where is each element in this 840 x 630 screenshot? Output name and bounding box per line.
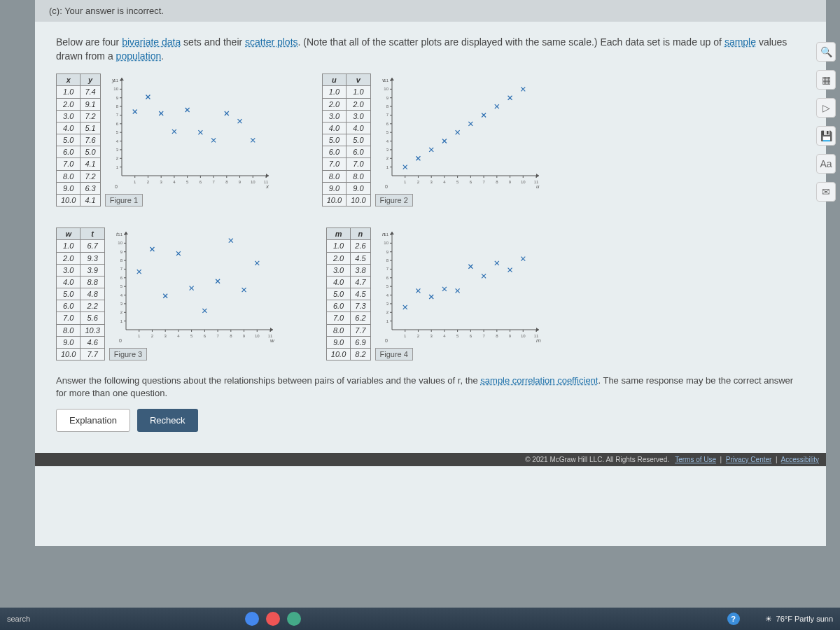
svg-text:n: n <box>382 231 386 237</box>
data-cell: 8.0 <box>346 170 370 182</box>
svg-text:0: 0 <box>115 184 118 189</box>
data-cell: 9.0 <box>57 182 80 194</box>
data-cell: 4.0 <box>57 122 80 134</box>
svg-text:0: 0 <box>385 184 388 189</box>
svg-text:2: 2 <box>115 156 118 160</box>
svg-text:10: 10 <box>118 241 122 246</box>
data-cell: 6.0 <box>322 146 346 158</box>
data-cell: 7.6 <box>80 134 100 146</box>
figure-label: Figure 1 <box>105 194 143 206</box>
svg-text:3: 3 <box>430 334 433 338</box>
explanation-button[interactable]: Explanation <box>56 409 130 432</box>
data-cell: 9.0 <box>326 336 350 348</box>
svg-text:0: 0 <box>385 338 388 343</box>
svg-text:9: 9 <box>386 96 388 100</box>
svg-text:0: 0 <box>119 338 122 343</box>
data-cell: 2.0 <box>322 98 346 110</box>
svg-text:6: 6 <box>204 334 206 338</box>
svg-text:3: 3 <box>120 302 123 306</box>
link-sample-correlation-coefficient[interactable]: sample correlation coefficient <box>480 375 598 386</box>
svg-text:7: 7 <box>120 267 123 272</box>
col-header: w <box>57 228 80 240</box>
svg-text:3: 3 <box>115 148 118 152</box>
data-cell: 6.3 <box>80 182 100 194</box>
data-cell: 9.3 <box>80 252 104 264</box>
svg-text:6: 6 <box>115 122 118 126</box>
data-cell: 3.0 <box>57 110 80 122</box>
question-panel: (c): Your answer is incorrect. Below are… <box>35 0 826 546</box>
svg-text:8: 8 <box>115 104 118 108</box>
data-cell: 4.0 <box>326 276 350 288</box>
svg-text:4: 4 <box>443 334 446 338</box>
svg-text:9: 9 <box>508 180 511 184</box>
svg-text:9: 9 <box>120 250 123 254</box>
data-cell: 5.0 <box>326 288 350 300</box>
svg-text:3: 3 <box>160 180 162 184</box>
figure-label: Figure 2 <box>375 194 413 206</box>
recheck-button[interactable]: Recheck <box>137 409 198 432</box>
data-cell: 3.0 <box>326 264 350 276</box>
svg-text:8: 8 <box>496 180 498 184</box>
col-header: v <box>346 74 370 86</box>
data-cell: 5.0 <box>80 146 100 158</box>
read-aloud-icon[interactable]: 🔍 <box>816 42 836 62</box>
font-icon[interactable]: Aa <box>816 154 836 174</box>
data-cell: 8.0 <box>326 324 350 336</box>
data-cell: 7.0 <box>346 158 370 170</box>
link-bivariate-data[interactable]: bivariate data <box>122 36 181 48</box>
calculator-icon[interactable]: ▦ <box>816 70 836 90</box>
link-scatter-plots[interactable]: scatter plots <box>245 36 298 48</box>
data-cell: 7.3 <box>351 300 370 312</box>
right-toolbar: 🔍 ▦ ▷ 💾 Aa ✉ <box>816 42 836 202</box>
terms-link[interactable]: Terms of Use <box>675 456 716 463</box>
scatter-plot-4: 11223344556677889910101111nm0 <box>375 227 543 346</box>
privacy-link[interactable]: Privacy Center <box>726 456 772 463</box>
svg-text:10: 10 <box>520 334 525 338</box>
svg-text:4: 4 <box>443 180 446 184</box>
svg-text:5: 5 <box>456 180 459 184</box>
data-cell: 3.0 <box>346 110 370 122</box>
figure-label: Figure 3 <box>109 348 147 360</box>
data-cell: 7.2 <box>80 110 100 122</box>
svg-text:7: 7 <box>482 334 485 338</box>
data-cell: 10.3 <box>80 324 104 336</box>
save-icon[interactable]: 💾 <box>816 126 836 146</box>
accessibility-link[interactable]: Accessibility <box>781 456 819 463</box>
intro-text: Below are four bivariate data sets and t… <box>56 36 805 63</box>
svg-text:3: 3 <box>386 148 388 152</box>
link-population[interactable]: population <box>116 50 162 62</box>
svg-text:1: 1 <box>404 180 407 184</box>
data-cell: 5.0 <box>346 134 370 146</box>
data-cell: 4.1 <box>80 158 100 170</box>
svg-text:9: 9 <box>239 180 241 184</box>
svg-text:6: 6 <box>469 180 472 184</box>
svg-text:1: 1 <box>386 165 388 169</box>
play-icon[interactable]: ▷ <box>816 98 836 118</box>
t: . (Note that all of the scatter plots ar… <box>298 36 724 48</box>
data-cell: 4.0 <box>57 276 80 288</box>
svg-text:5: 5 <box>386 284 388 288</box>
svg-text:w: w <box>270 337 275 344</box>
svg-text:6: 6 <box>386 122 388 126</box>
data-cell: 7.7 <box>351 324 370 336</box>
svg-text:6: 6 <box>120 276 123 280</box>
svg-text:4: 4 <box>115 139 118 144</box>
svg-marker-215 <box>536 328 539 332</box>
dataset-3: wt1.06.72.09.33.03.94.08.85.04.86.02.27.… <box>56 227 277 360</box>
data-cell: 7.4 <box>80 86 100 98</box>
svg-text:u: u <box>536 183 540 190</box>
link-sample[interactable]: sample <box>724 36 756 48</box>
data-cell: 1.0 <box>57 86 80 98</box>
data-cell: 4.5 <box>351 288 370 300</box>
t: . <box>161 50 164 62</box>
data-cell: 8.2 <box>351 348 370 360</box>
svg-marker-145 <box>124 232 128 234</box>
col-header: y <box>80 74 100 86</box>
figure-label: Figure 4 <box>375 348 413 360</box>
svg-text:8: 8 <box>386 258 388 262</box>
data-table-4: mn1.02.62.04.53.03.84.04.75.04.56.07.37.… <box>326 227 371 360</box>
mail-icon[interactable]: ✉ <box>816 182 836 202</box>
feedback-message: (c): Your answer is incorrect. <box>35 0 826 22</box>
data-cell: 1.0 <box>57 240 80 252</box>
data-cell: 7.2 <box>80 170 100 182</box>
